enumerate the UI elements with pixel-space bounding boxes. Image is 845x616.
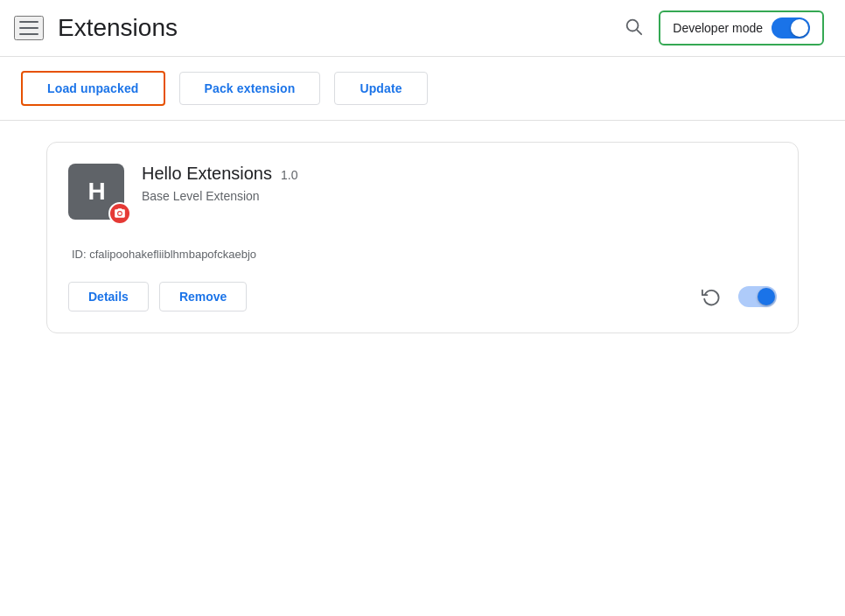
developer-mode-container: Developer mode: [659, 10, 824, 46]
toggle-thumb: [791, 19, 808, 37]
load-unpacked-button[interactable]: Load unpacked: [21, 71, 165, 106]
svg-point-0: [627, 19, 639, 31]
extension-id: ID: cfalipoohakefliiblhmbapofckaebjo: [68, 248, 777, 261]
extension-name: Hello Extensions: [142, 164, 272, 184]
menu-icon-button[interactable]: [14, 16, 44, 40]
card-actions: Details Remove: [68, 282, 777, 312]
menu-bar-2: [19, 27, 38, 29]
extension-version: 1.0: [281, 168, 297, 182]
extension-icon-wrapper: H: [68, 164, 124, 220]
update-button[interactable]: Update: [334, 72, 427, 105]
developer-mode-toggle[interactable]: [772, 18, 810, 38]
main-content: H Hello Extensions 1.0 Base Level Extens…: [0, 142, 845, 333]
search-button[interactable]: [618, 11, 648, 46]
menu-bar-1: [19, 21, 38, 23]
page-title: Extensions: [58, 14, 178, 42]
header: Extensions Developer mode: [0, 0, 845, 57]
extension-toggle[interactable]: [738, 286, 777, 307]
remove-button[interactable]: Remove: [159, 282, 247, 312]
toolbar: Load unpacked Pack extension Update: [0, 57, 845, 120]
extension-badge: [108, 202, 131, 225]
developer-mode-label: Developer mode: [673, 21, 763, 35]
extension-info: Hello Extensions 1.0 Base Level Extensio…: [142, 164, 777, 203]
header-right: Developer mode: [618, 10, 824, 46]
menu-bar-3: [19, 33, 38, 35]
details-button[interactable]: Details: [68, 282, 149, 312]
extension-name-row: Hello Extensions 1.0: [142, 164, 777, 184]
extension-toggle-thumb: [758, 288, 775, 305]
toolbar-divider: [0, 120, 845, 121]
extension-card: H Hello Extensions 1.0 Base Level Extens…: [46, 142, 799, 333]
reload-button[interactable]: [695, 284, 728, 310]
card-top: H Hello Extensions 1.0 Base Level Extens…: [68, 164, 777, 220]
camera-icon: [114, 207, 126, 220]
pack-extension-button[interactable]: Pack extension: [179, 72, 321, 105]
svg-line-1: [638, 30, 642, 34]
extension-description: Base Level Extension: [142, 189, 777, 203]
reload-icon: [702, 287, 721, 306]
header-left: Extensions: [14, 14, 178, 42]
